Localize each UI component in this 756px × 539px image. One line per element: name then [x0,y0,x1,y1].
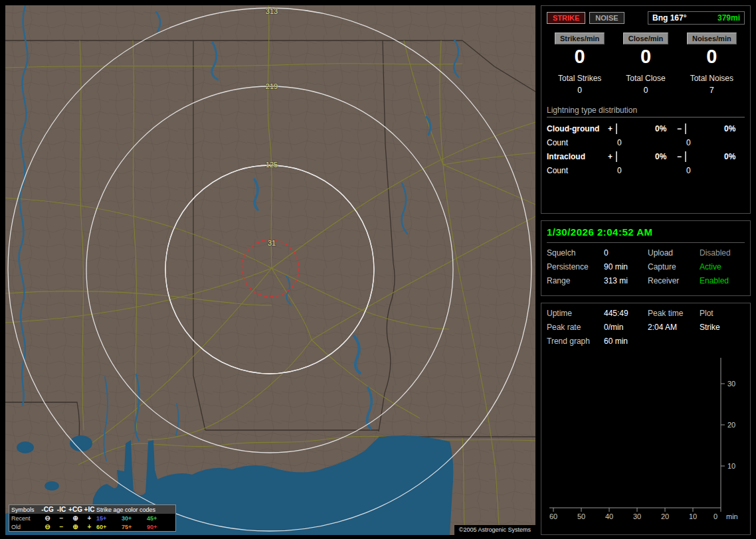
legend-recent-row: Recent ⊖ − ⊕ + 15+ 30+ 45+ [9,514,175,522]
legend-age-header: Strike age color codes [96,506,172,514]
total-close-value: 0 [613,86,678,95]
divider [547,242,745,243]
map-canvas: 313 219 125 31 [5,5,535,535]
noises-per-min-button[interactable]: Noises/min [687,33,737,44]
nexstorm-window: 313 219 125 31 Symbols -CG -IC +CG +IC S… [0,0,756,539]
bearing-range-value: 379mi [717,13,740,23]
squelch-label: Squelch [547,248,604,258]
upload-status: Disabled [700,248,745,258]
x-tick-60: 60 [549,512,557,520]
total-close-label: Total Close [613,74,678,83]
map-display[interactable]: 313 219 125 31 Symbols -CG -IC +CG +IC S… [5,5,535,535]
recent-pos-cg-symbol: ⊕ [68,514,82,522]
x-tick-20: 20 [661,512,669,520]
legend-col-neg-cg: -CG [41,506,54,514]
legend-old-row: Old ⊖ − ⊕ + 60+ 75+ 90+ [9,522,175,531]
map-legend: Symbols -CG -IC +CG +IC Strike age color… [9,504,176,532]
legend-header: Symbols -CG -IC +CG +IC Strike age color… [9,505,175,514]
x-tick-30: 30 [633,512,641,520]
legend-col-pos-cg: +CG [68,506,82,514]
legend-symbols-header: Symbols [11,506,41,514]
old-pos-ic-symbol: + [82,523,96,531]
trend-graph-label: Trend graph [547,337,604,346]
age-code-75: 75+ [122,523,147,531]
total-noises-value: 7 [679,86,745,95]
receiver-status: Enabled [700,276,745,285]
ring-label-125: 125 [266,161,278,169]
total-strikes-label: Total Strikes [547,74,613,83]
bearing-display: Bng 167° 379mi [648,11,745,25]
cg-plus-bar [616,123,617,134]
mode-row: STRIKE NOISE Bng 167° 379mi [547,11,745,25]
strikes-per-min-value: 0 [547,44,613,68]
cg-count-label: Count [547,138,608,147]
trend-axes [549,358,725,512]
age-code-90: 90+ [147,523,172,531]
trend-tick-labels: 30 20 10 60 50 40 30 20 10 0 min [549,380,738,520]
legend-col-pos-ic: +IC [82,506,96,514]
cg-plus-count: 0 [616,138,652,147]
close-per-min-value: 0 [613,44,678,68]
squelch-value: 0 [604,248,648,258]
ic-minus-bar [685,151,686,162]
y-tick-10: 10 [727,462,735,470]
peak-time-value: 2:04 AM [648,323,700,332]
old-pos-cg-symbol: ⊕ [68,523,82,531]
range-label: Range [547,276,604,285]
distribution-grid: Cloud-ground + 0% − 0% Count 0 0 Intracl… [547,124,745,175]
recent-neg-ic-symbol: − [54,514,68,522]
control-panel: STRIKE NOISE Bng 167° 379mi Strikes/min … [541,5,751,535]
range-value: 313 mi [604,276,648,285]
capture-label: Capture [648,262,700,271]
recent-pos-ic-symbol: + [82,514,96,522]
peak-rate-value: 0/min [604,323,648,332]
trend-graph: 30 20 10 60 50 40 30 20 10 0 min [547,354,745,521]
uptime-label: Uptime [547,309,604,318]
strike-mode-button[interactable]: STRIKE [547,12,585,24]
plot-label: Plot [700,309,745,318]
cg-plus-pct: 0% [652,124,677,133]
upload-label: Upload [648,248,700,258]
cg-minus-bar [685,123,686,134]
ic-plus-bar [616,151,617,162]
close-per-min-button[interactable]: Close/min [623,33,669,44]
legend-old-label: Old [11,523,41,531]
bearing-value: Bng 167° [652,13,686,23]
peak-rate-label: Peak rate [547,323,604,332]
cg-minus-count: 0 [685,138,721,147]
age-code-45: 45+ [147,514,172,522]
legend-col-neg-ic: -IC [54,506,68,514]
ic-plus-pct: 0% [652,152,677,161]
strikes-per-min-button[interactable]: Strikes/min [555,33,605,44]
stats-grid: Uptime 445:49 Peak time Plot Peak rate 0… [547,309,745,346]
rate-counters: Strikes/min Close/min Noises/min 0 0 0 T… [547,33,745,95]
age-code-30: 30+ [122,514,147,522]
y-tick-20: 20 [727,421,735,429]
trend-window-value: 60 min [604,337,648,346]
x-tick-10: 10 [689,512,697,520]
ic-minus-pct: 0% [721,152,745,161]
noises-per-min-value: 0 [679,44,745,68]
recent-neg-cg-symbol: ⊖ [41,514,54,522]
plot-type-value: Strike [700,323,745,332]
old-neg-cg-symbol: ⊖ [41,523,54,531]
old-neg-ic-symbol: − [54,523,68,531]
receiver-label: Receiver [648,276,700,285]
peak-time-label: Peak time [648,309,700,318]
copyright-label: ©2005 Astrogenic Systems [454,525,535,535]
noise-mode-button[interactable]: NOISE [589,12,624,24]
age-code-60: 60+ [96,523,122,531]
uptime-value: 445:49 [604,309,648,318]
total-noises-label: Total Noises [679,74,745,83]
capture-status: Active [700,262,745,271]
plus-sign: + [608,124,616,133]
cloud-ground-label: Cloud-ground [547,124,608,133]
status-grid: Squelch 0 Upload Disabled Persistence 90… [547,248,745,285]
persistence-value: 90 min [604,262,648,271]
cg-minus-pct: 0% [721,124,745,133]
x-tick-0: 0 [713,512,717,520]
intracloud-label: Intracloud [547,152,608,161]
age-code-15: 15+ [96,514,122,522]
ic-minus-count: 0 [685,166,721,175]
ic-plus-count: 0 [616,166,652,175]
